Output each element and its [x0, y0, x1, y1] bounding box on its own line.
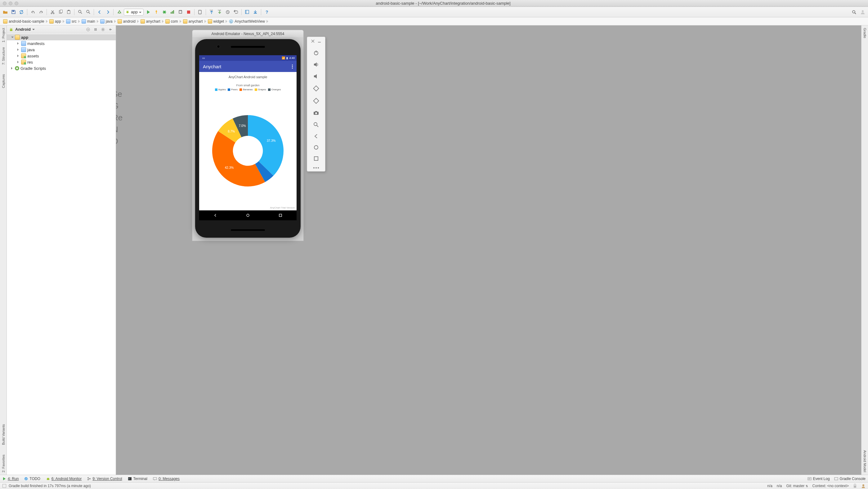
zoom-out-icon[interactable]: [85, 9, 92, 16]
sdk-icon[interactable]: [252, 9, 259, 16]
collapse-all-icon[interactable]: [92, 26, 99, 33]
debug-icon[interactable]: [161, 9, 168, 16]
cut-icon[interactable]: [49, 9, 56, 16]
crumb[interactable]: java: [99, 19, 114, 24]
run-config-selector[interactable]: app: [124, 9, 144, 16]
bottom-todo[interactable]: TODO: [24, 477, 40, 481]
emu-home-icon[interactable]: [313, 145, 319, 150]
tree-node-manifests[interactable]: manifests: [7, 40, 116, 47]
paste-icon[interactable]: [65, 9, 72, 16]
save-icon[interactable]: [10, 9, 17, 16]
crumb[interactable]: anychart: [182, 19, 204, 24]
rail-android-model[interactable]: Android Model: [862, 448, 867, 475]
emu-vol-up-icon[interactable]: [313, 61, 319, 68]
user-icon[interactable]: [859, 9, 866, 16]
run-icon[interactable]: [145, 9, 152, 16]
stop-icon[interactable]: [185, 9, 192, 16]
emu-more-icon[interactable]: [313, 167, 319, 169]
status-indicator-icon[interactable]: [2, 484, 6, 488]
bottom-run[interactable]: 4: Run: [2, 477, 19, 481]
rail-project[interactable]: 1: Project: [1, 25, 6, 45]
apply-changes-icon[interactable]: [153, 9, 160, 16]
back-icon[interactable]: [96, 9, 103, 16]
bottom-android-monitor[interactable]: 6: Android Monitor: [46, 477, 82, 481]
android-navbar[interactable]: [199, 210, 297, 220]
phone-screen[interactable]: ▭ 📶 ▮ 4:40 Anychart AnyChart Android sam…: [199, 55, 297, 220]
redo-icon[interactable]: [37, 9, 44, 16]
search-icon[interactable]: [850, 9, 858, 16]
bottom-vcs[interactable]: 9: Version Control: [87, 477, 122, 481]
settings-icon[interactable]: [100, 26, 106, 33]
emu-close-icon[interactable]: [311, 39, 315, 43]
help-icon[interactable]: ?: [264, 9, 270, 16]
make-icon[interactable]: [116, 9, 123, 16]
sync-icon[interactable]: [18, 9, 25, 16]
emu-zoom-icon[interactable]: [313, 122, 319, 128]
left-tool-rail: 1: Project 7: Structure Captures Build V…: [0, 25, 7, 475]
attach-icon[interactable]: [177, 9, 184, 16]
status-git[interactable]: Git: master ⇅: [786, 484, 808, 488]
emu-overview-icon[interactable]: [313, 156, 319, 161]
profile-icon[interactable]: [169, 9, 176, 16]
bottom-event-log[interactable]: Event Log: [807, 477, 830, 481]
copy-icon[interactable]: [57, 9, 64, 16]
tree-node-app[interactable]: app: [7, 34, 116, 40]
open-icon[interactable]: [2, 9, 9, 16]
status-context[interactable]: Context: <no context>: [812, 484, 849, 488]
svg-text:C: C: [230, 20, 232, 23]
rail-gradle[interactable]: Gradle: [862, 25, 867, 41]
svg-point-43: [314, 146, 318, 149]
traffic-lights[interactable]: [0, 2, 18, 5]
scroll-from-source-icon[interactable]: [85, 26, 92, 33]
project-view-selector[interactable]: Android: [9, 27, 85, 32]
vcs-revert-icon[interactable]: [232, 9, 239, 16]
bottom-messages[interactable]: 0: Messages: [153, 477, 180, 481]
hide-icon[interactable]: [107, 26, 114, 33]
svg-rect-16: [187, 10, 190, 14]
emu-screenshot-icon[interactable]: [313, 110, 319, 116]
tree-node-assets[interactable]: assets: [7, 53, 116, 59]
rail-structure[interactable]: 7: Structure: [1, 45, 6, 67]
editor-bg-hints: SeGReND: [116, 88, 123, 147]
project-tree[interactable]: app manifests java assets res Gradle Scr…: [7, 33, 116, 475]
crumb[interactable]: com: [164, 19, 179, 24]
crumb[interactable]: android: [116, 19, 137, 24]
forward-icon[interactable]: [104, 9, 111, 16]
emu-vol-down-icon[interactable]: [313, 73, 319, 80]
crumb[interactable]: CAnychartWebView: [228, 19, 266, 24]
vcs-update-icon[interactable]: VCS: [208, 9, 215, 16]
vcs-history-icon[interactable]: [224, 9, 231, 16]
avd-icon[interactable]: [197, 9, 204, 16]
svg-rect-53: [153, 478, 157, 480]
emu-rotate-left-icon[interactable]: [313, 85, 319, 92]
zoom-in-icon[interactable]: [76, 9, 84, 16]
crumb[interactable]: main: [80, 19, 96, 24]
rail-build-variants[interactable]: Build Variants: [1, 422, 6, 448]
crumb[interactable]: anychart: [139, 19, 162, 24]
lock-icon[interactable]: [853, 484, 857, 488]
battery-icon: ▮: [286, 57, 288, 60]
tree-node-java[interactable]: java: [7, 47, 116, 53]
crumb[interactable]: src: [65, 19, 78, 24]
bottom-gradle-console[interactable]: Gradle Console: [834, 477, 866, 481]
emu-back-icon[interactable]: [313, 133, 319, 139]
emu-power-icon[interactable]: [313, 50, 319, 56]
undo-icon[interactable]: [29, 9, 36, 16]
bottom-terminal[interactable]: Terminal: [128, 477, 147, 481]
crumb[interactable]: app: [48, 19, 62, 24]
overflow-menu-icon[interactable]: [292, 65, 293, 68]
hector-icon[interactable]: [861, 484, 866, 488]
tree-node-res[interactable]: res: [7, 59, 116, 65]
emu-rotate-right-icon[interactable]: [313, 97, 319, 104]
crumb[interactable]: android-basic-sample: [2, 19, 45, 24]
rail-captures[interactable]: Captures: [1, 72, 6, 91]
rail-favorites[interactable]: 2: Favorites: [1, 452, 6, 475]
crumb[interactable]: widget: [207, 19, 225, 24]
svg-point-26: [862, 10, 864, 12]
legend-item: Apples: [215, 88, 226, 91]
macos-titlebar: android-basic-sample - [~/Work/AnyChart/…: [0, 0, 868, 7]
emu-minimize-icon[interactable]: [318, 39, 321, 43]
layout-icon[interactable]: [244, 9, 251, 16]
tree-node-gradle[interactable]: Gradle Scripts: [7, 65, 116, 71]
vcs-commit-icon[interactable]: VCS: [216, 9, 223, 16]
